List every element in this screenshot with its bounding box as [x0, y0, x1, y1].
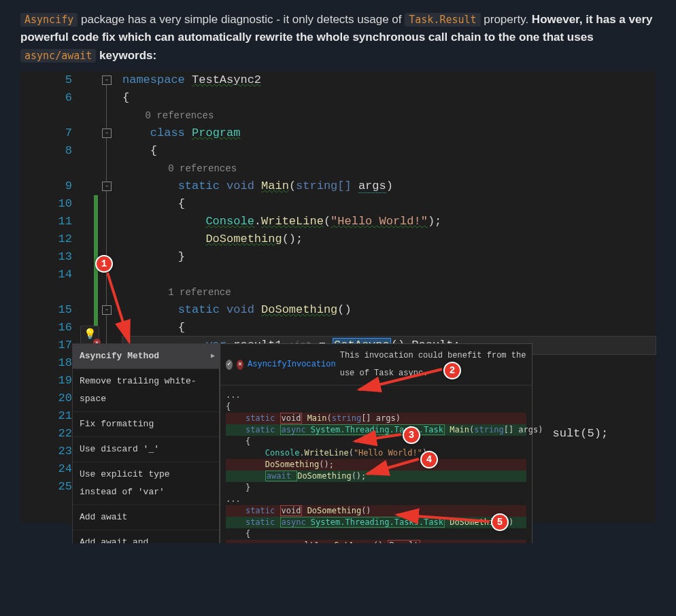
preview-header: ✓ ✕ AsyncifyInvocation This invocation c…	[220, 344, 532, 386]
inline-code-taskresult: Task.Result	[405, 13, 480, 27]
diff-body: ... { static void Main(string[] args) st…	[220, 386, 532, 543]
check-icon: ✓	[226, 360, 233, 370]
inline-code-asyncawait: async/await	[20, 49, 96, 63]
diagnostic-message: This invocation could benefit from the u…	[340, 347, 526, 382]
callout-badge: 2	[443, 362, 461, 379]
intro-paragraph: Asyncify package has a very simple diagn…	[0, 0, 676, 71]
diagnostic-rule-link[interactable]: AsyncifyInvocation	[248, 356, 336, 373]
menu-item-fix-formatting[interactable]: Fix formatting	[73, 412, 219, 437]
quick-actions-menu: Asyncify Method▶ Remove trailing white-s…	[72, 343, 220, 543]
callout-badge: 1	[95, 255, 113, 273]
menu-item-asyncify-method[interactable]: Asyncify Method▶	[73, 344, 219, 369]
menu-item-remove-whitespace[interactable]: Remove trailing white-space	[73, 369, 219, 412]
line-number-gutter: 5 6 7 8 9 10 11 12 13 14 15 16 17 18 19 …	[20, 71, 80, 496]
callout-badge: 4	[420, 451, 438, 468]
menu-item-use-discard[interactable]: Use discard '_'	[73, 437, 219, 462]
callout-badge: 3	[403, 426, 420, 444]
code-fix-preview: ✓ ✕ AsyncifyInvocation This invocation c…	[220, 343, 533, 543]
callout-badge: 5	[491, 513, 509, 531]
quick-actions-lightbulb[interactable]: 💡 ✕	[80, 326, 99, 345]
menu-item-add-await[interactable]: Add await	[73, 505, 219, 530]
menu-item-explicit-type[interactable]: Use explicit type instead of 'var'	[73, 462, 219, 505]
menu-item-add-await-configure[interactable]: Add await and ConfigureAwait(false)	[73, 530, 219, 543]
collapse-toggle-icon[interactable]: -	[102, 129, 112, 138]
chevron-right-icon: ▶	[211, 347, 215, 365]
collapse-toggle-icon[interactable]: -	[102, 75, 112, 85]
code-editor[interactable]: 5 6 7 8 9 10 11 12 13 14 15 16 17 18 19 …	[20, 71, 656, 523]
inline-code-asyncify: Asyncify	[20, 13, 78, 27]
collapse-toggle-icon[interactable]: -	[102, 182, 112, 191]
collapse-toggle-icon[interactable]: -	[102, 305, 112, 315]
error-icon: ✕	[237, 360, 243, 370]
